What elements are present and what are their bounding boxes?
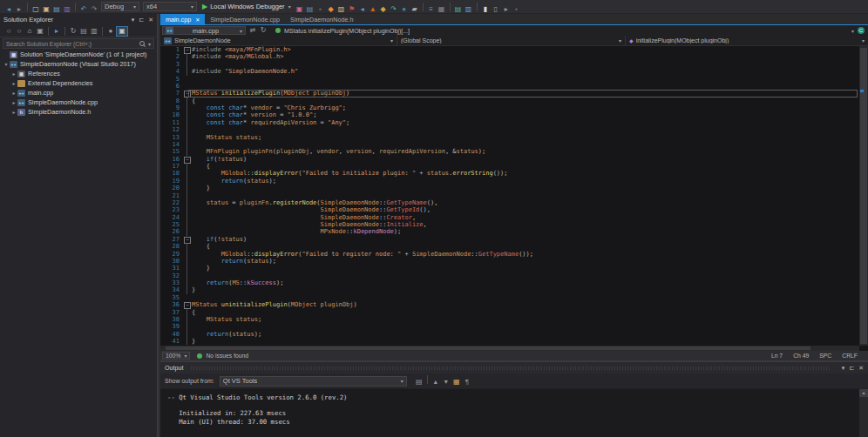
collapse-all-icon[interactable]: ○: [3, 27, 14, 36]
code-line-1[interactable]: 1–#include <maya/MFnPlugin.h>: [160, 46, 859, 53]
compare-icon[interactable]: ▤: [453, 5, 464, 14]
code-line-36[interactable]: 36–MStatus uninitializePlugin(MObject pl…: [160, 301, 859, 308]
step-icon[interactable]: ▸: [501, 5, 512, 14]
code-line-9[interactable]: 9 const char* vendor = "Chris Zurbrigg";: [160, 104, 859, 111]
line-indicator[interactable]: Ln 7: [771, 353, 783, 359]
solution-configuration-dropdown[interactable]: Debug ▾: [101, 2, 139, 11]
output-log[interactable]: -- Qt Visual Studio Tools version 2.6.0 …: [160, 389, 859, 437]
pen-icon[interactable]: ▰: [410, 5, 420, 14]
home-icon[interactable]: ⌂: [24, 27, 35, 36]
code-line-21[interactable]: 21: [160, 192, 859, 199]
tree-item-main.cpp[interactable]: ▸++main.cpp: [0, 88, 157, 97]
window-position-icon[interactable]: ▾: [132, 17, 135, 24]
word-wrap-icon[interactable]: ¶: [462, 378, 472, 387]
dot-icon[interactable]: ▪: [315, 5, 326, 14]
column-indicator[interactable]: Ch 49: [793, 353, 809, 359]
output-source-dropdown[interactable]: Qt VS Tools ▾: [220, 376, 407, 387]
redo-icon[interactable]: ↷: [89, 5, 99, 14]
tree-item-SimpleDaemonNode.cpp[interactable]: ▸++SimpleDaemonNode.cpp: [0, 97, 157, 107]
pin-icon[interactable]: ⊏: [139, 17, 144, 24]
preview-selected-items-icon[interactable]: ▣: [116, 26, 128, 37]
code-line-35[interactable]: 35: [160, 294, 859, 301]
new-file-icon[interactable]: ▢: [31, 5, 41, 14]
attach-icon[interactable]: ↷: [389, 5, 399, 14]
tab-SimpleDaemonNode.h[interactable]: SimpleDaemonNode.h: [285, 14, 358, 24]
code-line-33[interactable]: 33 return(MS::kSuccess);: [160, 279, 859, 286]
start-debugging-button[interactable]: ▶ Local Windows Debugger ▾: [202, 3, 291, 10]
refresh-icon[interactable]: ↻: [258, 26, 268, 35]
grid-icon[interactable]: ▦: [437, 5, 447, 14]
window-position-icon[interactable]: ▾: [842, 365, 845, 372]
code-line-2[interactable]: 2#include <maya/MGlobal.h>: [160, 53, 859, 60]
sync-selection-icon[interactable]: ○: [14, 27, 24, 36]
scroll-up-icon[interactable]: ▴: [859, 389, 868, 397]
open-folder-icon[interactable]: ▧: [336, 5, 347, 14]
sync-icon[interactable]: ⇄: [248, 26, 258, 35]
flag-icon[interactable]: ⚑: [347, 5, 357, 14]
code-line-34[interactable]: 34}: [160, 286, 859, 293]
profiler-icon[interactable]: ◆: [326, 5, 336, 14]
code-line-8[interactable]: 8{: [160, 97, 859, 104]
clear-all-icon[interactable]: ▦: [451, 378, 462, 387]
close-icon[interactable]: ✕: [148, 17, 153, 24]
tab-main.cpp[interactable]: main.cpp✕: [160, 14, 205, 24]
expander-icon[interactable]: ▸: [10, 71, 17, 77]
line-ending-indicator[interactable]: CRLF: [842, 353, 858, 359]
code-line-16[interactable]: 16– if(!status): [160, 156, 859, 163]
bookmark-icon[interactable]: ▮: [480, 5, 491, 14]
code-line-32[interactable]: 32: [160, 272, 859, 279]
outline-icon[interactable]: ≡: [426, 5, 437, 14]
code-line-26[interactable]: 26 MPxNode::kDependNode);: [160, 228, 859, 235]
navigate-backward-icon[interactable]: ◂: [3, 5, 14, 14]
code-line-10[interactable]: 10 const char* version = "1.0.0";: [160, 111, 859, 118]
code-line-15[interactable]: 15 MFnPlugin pluginFn(pluginObj, vendor,…: [160, 148, 859, 155]
nested-view-icon[interactable]: ▤: [78, 27, 89, 36]
code-line-25[interactable]: 25 SimpleDaemonNode::Initialize,: [160, 221, 859, 228]
previous-message-icon[interactable]: ▴: [431, 378, 441, 387]
code-line-13[interactable]: 13 MStatus status;: [160, 134, 859, 141]
file-dropdown[interactable]: ++ main.cpp ▾: [162, 26, 246, 35]
vertical-scrollbar[interactable]: [859, 46, 868, 346]
marker-icon[interactable]: ▲: [368, 5, 378, 14]
code-line-24[interactable]: 24 SimpleDaemonNode::Creator,: [160, 214, 859, 221]
output-scrollbar[interactable]: ▴: [859, 389, 868, 437]
save-all-icon[interactable]: ▥: [62, 5, 72, 14]
expander-icon[interactable]: ▸: [10, 90, 17, 96]
close-tab-icon[interactable]: ✕: [195, 17, 200, 23]
pin-icon[interactable]: ⊏: [849, 365, 854, 372]
code-line-40[interactable]: 40 return(status);: [160, 331, 859, 338]
search-input[interactable]: Search Solution Explorer (Ctrl+;) ▾: [3, 38, 154, 49]
properties-icon[interactable]: ●: [105, 27, 116, 36]
solution-platform-dropdown[interactable]: x64 ▾: [143, 2, 197, 11]
code-line-20[interactable]: 20 }: [160, 185, 859, 192]
code-line-19[interactable]: 19 return(status);: [160, 178, 859, 185]
chevron-down-icon[interactable]: ▾: [851, 28, 854, 34]
code-line-41[interactable]: 41}: [160, 338, 859, 345]
code-line-3[interactable]: 3: [160, 61, 859, 68]
member-dropdown[interactable]: ◆ initializePlugin(MObject pluginObj) ▾: [626, 36, 868, 45]
code-line-37[interactable]: 37{: [160, 309, 859, 316]
code-line-18[interactable]: 18 MGlobal::displayError("Failed to init…: [160, 170, 859, 177]
code-line-11[interactable]: 11 const char* requiredApiVersion = "Any…: [160, 119, 859, 126]
undo-icon[interactable]: ↶: [78, 5, 89, 14]
next-message-icon[interactable]: ▾: [441, 378, 451, 387]
close-icon[interactable]: ✕: [858, 365, 864, 372]
select-icon[interactable]: ◂: [357, 5, 368, 14]
tree-item-SimpleDaemonNode.h[interactable]: ▸hSimpleDaemonNode.h: [0, 107, 157, 117]
feedback-icon[interactable]: ▣: [295, 5, 305, 14]
preview-icon[interactable]: ▤: [305, 5, 315, 14]
tab-SimpleDaemonNode.cpp[interactable]: SimpleDaemonNode.cpp: [205, 14, 285, 24]
tree-item-External Dependencies[interactable]: ▸External Dependencies: [0, 78, 157, 88]
code-line-30[interactable]: 30 return(status);: [160, 258, 859, 265]
code-line-23[interactable]: 23 SimpleDaemonNode::GetTypeId(),: [160, 206, 859, 213]
refresh-icon[interactable]: ↻: [68, 27, 78, 36]
code-line-28[interactable]: 28 {: [160, 243, 859, 250]
code-line-4[interactable]: 4#include "SimpleDaemonNode.h": [160, 68, 859, 75]
pause-icon[interactable]: ▯: [491, 5, 501, 14]
spaces-indicator[interactable]: SPC: [819, 353, 831, 359]
project-node[interactable]: ▾ ++ SimpleDaemonNode (Visual Studio 201…: [0, 59, 157, 69]
code-line-38[interactable]: 38 MStatus status;: [160, 316, 859, 323]
code-line-31[interactable]: 31 }: [160, 265, 859, 272]
code-line-12[interactable]: 12: [160, 126, 859, 133]
open-file-icon[interactable]: ▣: [41, 5, 51, 14]
